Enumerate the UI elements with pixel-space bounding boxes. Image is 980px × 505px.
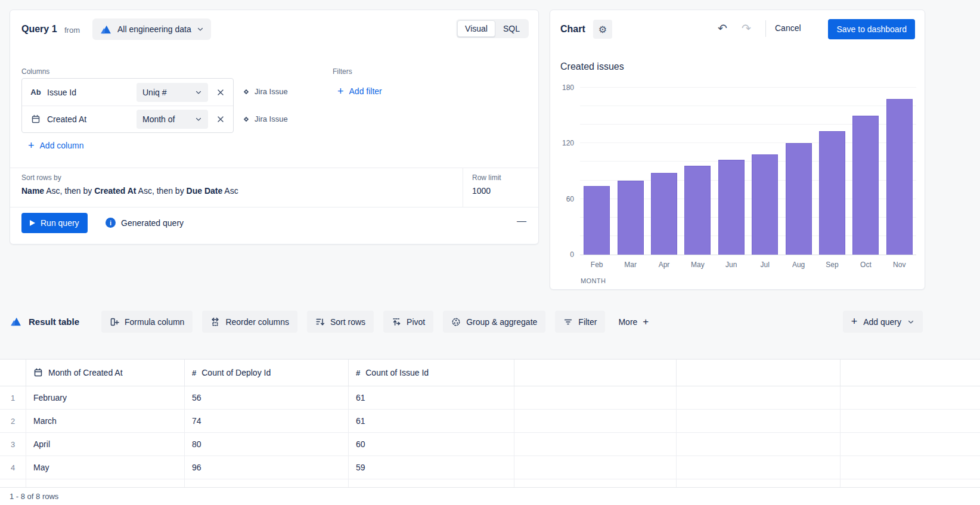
- x-tick-label: Feb: [580, 261, 613, 269]
- result-table-header: Result table: [10, 315, 79, 328]
- chevron-down-icon: [907, 318, 914, 326]
- collapse-query-button[interactable]: —: [517, 216, 526, 227]
- chevron-down-icon: [197, 26, 204, 33]
- x-tick-label: Aug: [781, 261, 815, 269]
- redo-button[interactable]: ↷: [742, 21, 751, 36]
- table-cell: [514, 456, 677, 479]
- column-header[interactable]: #Count of Deploy Id: [185, 360, 349, 386]
- table-cell: [841, 456, 980, 479]
- x-axis-title: MONTH: [581, 277, 606, 284]
- save-to-dashboard-button[interactable]: Save to dashboard: [828, 19, 915, 39]
- query-title: Query 1: [21, 24, 57, 35]
- add-column-button[interactable]: + Add column: [28, 141, 83, 150]
- tab-visual[interactable]: Visual: [457, 20, 495, 37]
- aggregation-value: Month of: [142, 114, 193, 124]
- diamond-icon: [242, 88, 250, 96]
- columns-list: AbIssue IdUniq #Created AtMonth of: [21, 78, 234, 133]
- table-cell: March: [26, 410, 185, 432]
- info-icon: i: [106, 218, 116, 228]
- divider: [10, 207, 538, 207]
- bar-chart-plot: [580, 88, 916, 255]
- table-cell: 60: [349, 433, 514, 456]
- chart-settings-button[interactable]: ⚙: [593, 20, 612, 39]
- column-header[interactable]: [841, 360, 980, 386]
- table-pagination-footer: 1 - 8 of 8 rows: [0, 487, 980, 505]
- toolbar-button-filter[interactable]: Filter: [555, 311, 605, 333]
- sort-rows-value[interactable]: Name Asc, then by Created At Asc, then b…: [21, 186, 238, 196]
- run-query-button[interactable]: Run query: [21, 213, 88, 233]
- row-number: 2: [0, 410, 26, 432]
- table-cell: 59: [349, 456, 514, 479]
- group-aggregate-icon: [451, 317, 461, 327]
- remove-column-button[interactable]: [213, 111, 228, 127]
- add-filter-button[interactable]: + Add filter: [337, 86, 382, 96]
- toolbar-button-reorder-columns[interactable]: Reorder columns: [202, 311, 297, 333]
- toolbar-button-group-aggregate[interactable]: Group & aggregate: [443, 311, 545, 333]
- toolbar-button-pivot[interactable]: Pivot: [383, 311, 433, 333]
- gridline: [580, 87, 916, 88]
- chart-title: Created issues: [560, 61, 624, 72]
- chart-bar: [718, 160, 745, 255]
- chart-panel-title: Chart: [560, 24, 585, 35]
- toolbar-button-formula-column[interactable]: Formula column: [101, 311, 193, 333]
- table-cell: [677, 386, 841, 409]
- chart-bar: [618, 181, 644, 255]
- aggregation-select[interactable]: Month of: [137, 110, 208, 129]
- chart-bar: [584, 186, 610, 255]
- table-row: 5June10260: [0, 479, 980, 487]
- column-header[interactable]: [514, 360, 677, 386]
- toolbar-button-sort-rows[interactable]: Sort rows: [307, 311, 374, 333]
- add-query-button[interactable]: + Add query: [843, 311, 923, 333]
- columns-label: Columns: [21, 67, 49, 76]
- toolbar-button-label: Formula column: [125, 317, 184, 327]
- cancel-button[interactable]: Cancel: [775, 23, 801, 33]
- table-cell: June: [26, 479, 185, 487]
- add-query-label: Add query: [863, 317, 901, 327]
- x-tick-label: Jun: [715, 261, 748, 269]
- remove-column-button[interactable]: [213, 85, 228, 100]
- row-limit-value[interactable]: 1000: [472, 186, 491, 196]
- table-cell: [514, 386, 677, 409]
- chevron-down-icon: [195, 116, 202, 123]
- table-cell: 61: [349, 386, 514, 409]
- aggregation-select[interactable]: Uniq #: [137, 83, 208, 102]
- x-axis-line: [580, 255, 916, 255]
- column-header-label: Count of Deploy Id: [201, 368, 271, 377]
- undo-button[interactable]: ↶: [718, 21, 727, 36]
- divider: [765, 20, 766, 37]
- table-cell: [841, 433, 980, 456]
- sort-part: Created At: [94, 186, 136, 196]
- toolbar-button-label: Sort rows: [330, 317, 365, 327]
- row-count-text: 1 - 8 of 8 rows: [10, 492, 58, 501]
- row-number: 1: [0, 386, 26, 409]
- table-cell: [514, 479, 677, 487]
- chart-card: Chart ⚙ ↶ ↷ Cancel Save to dashboard Cre…: [550, 10, 925, 290]
- gridline: [580, 106, 916, 106]
- x-tick-label: Jul: [748, 261, 781, 269]
- data-source-select[interactable]: All engineering data: [92, 18, 211, 40]
- column-header[interactable]: [677, 360, 841, 386]
- play-icon: [30, 220, 35, 226]
- diamond-icon: [242, 115, 250, 123]
- x-tick-label: Nov: [883, 261, 916, 269]
- table-cell: 80: [185, 433, 349, 456]
- table-toolbar: Formula columnReorder columnsSort rowsPi…: [101, 311, 652, 333]
- plus-icon: +: [337, 87, 344, 95]
- table-cell: [841, 410, 980, 432]
- add-filter-label: Add filter: [349, 86, 382, 96]
- table-body: 1February56612March74613April80604May965…: [0, 386, 980, 487]
- query-from-label: from: [64, 26, 80, 35]
- table-row: 4May9659: [0, 456, 980, 479]
- column-name: Created At: [47, 114, 132, 124]
- chevron-down-icon: [195, 89, 202, 96]
- column-header[interactable]: Month of Created At: [26, 360, 185, 386]
- sort-rows-label: Sort rows by: [21, 174, 61, 182]
- column-header[interactable]: #Count of Issue Id: [349, 360, 514, 386]
- column-name: Issue Id: [47, 88, 132, 97]
- data-source-name: All engineering data: [117, 24, 191, 34]
- table-cell: 96: [185, 456, 349, 479]
- more-button[interactable]: More+: [615, 311, 652, 333]
- tab-sql[interactable]: SQL: [495, 20, 528, 37]
- generated-query-label: Generated query: [121, 218, 184, 228]
- generated-query-link[interactable]: i Generated query: [106, 218, 184, 228]
